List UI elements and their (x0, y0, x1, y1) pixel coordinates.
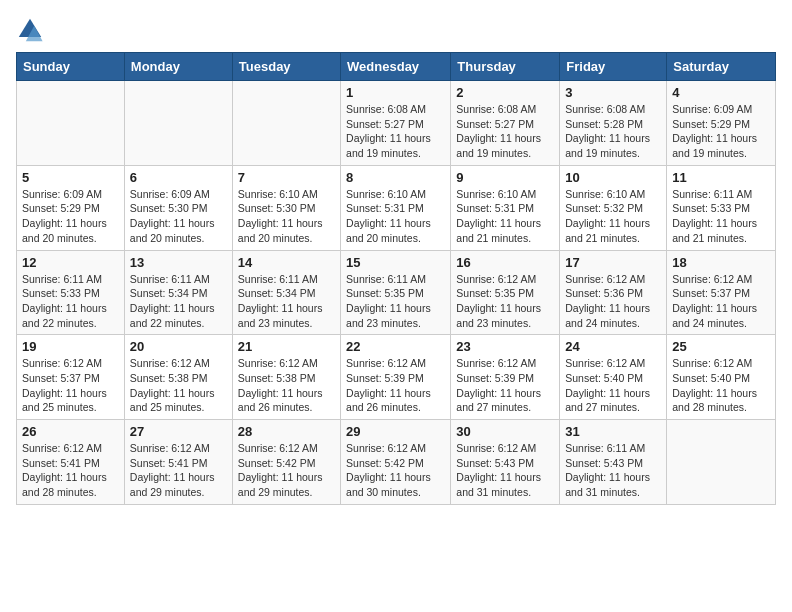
day-info: Sunrise: 6:11 AM Sunset: 5:35 PM Dayligh… (346, 272, 445, 331)
day-info: Sunrise: 6:12 AM Sunset: 5:41 PM Dayligh… (22, 441, 119, 500)
day-info: Sunrise: 6:09 AM Sunset: 5:29 PM Dayligh… (22, 187, 119, 246)
day-number: 19 (22, 339, 119, 354)
calendar-cell: 10Sunrise: 6:10 AM Sunset: 5:32 PM Dayli… (560, 165, 667, 250)
day-info: Sunrise: 6:11 AM Sunset: 5:43 PM Dayligh… (565, 441, 661, 500)
calendar-cell: 7Sunrise: 6:10 AM Sunset: 5:30 PM Daylig… (232, 165, 340, 250)
day-number: 24 (565, 339, 661, 354)
day-number: 12 (22, 255, 119, 270)
day-info: Sunrise: 6:12 AM Sunset: 5:37 PM Dayligh… (22, 356, 119, 415)
day-number: 17 (565, 255, 661, 270)
day-info: Sunrise: 6:10 AM Sunset: 5:31 PM Dayligh… (346, 187, 445, 246)
day-info: Sunrise: 6:12 AM Sunset: 5:41 PM Dayligh… (130, 441, 227, 500)
calendar-cell: 3Sunrise: 6:08 AM Sunset: 5:28 PM Daylig… (560, 81, 667, 166)
calendar-cell: 25Sunrise: 6:12 AM Sunset: 5:40 PM Dayli… (667, 335, 776, 420)
day-number: 2 (456, 85, 554, 100)
day-info: Sunrise: 6:08 AM Sunset: 5:27 PM Dayligh… (346, 102, 445, 161)
day-number: 30 (456, 424, 554, 439)
weekday-header-sunday: Sunday (17, 53, 125, 81)
weekday-header-tuesday: Tuesday (232, 53, 340, 81)
day-info: Sunrise: 6:12 AM Sunset: 5:35 PM Dayligh… (456, 272, 554, 331)
day-info: Sunrise: 6:10 AM Sunset: 5:31 PM Dayligh… (456, 187, 554, 246)
day-number: 23 (456, 339, 554, 354)
calendar-cell: 28Sunrise: 6:12 AM Sunset: 5:42 PM Dayli… (232, 420, 340, 505)
day-number: 4 (672, 85, 770, 100)
calendar-cell: 19Sunrise: 6:12 AM Sunset: 5:37 PM Dayli… (17, 335, 125, 420)
day-info: Sunrise: 6:12 AM Sunset: 5:40 PM Dayligh… (565, 356, 661, 415)
day-info: Sunrise: 6:12 AM Sunset: 5:39 PM Dayligh… (456, 356, 554, 415)
calendar-cell: 17Sunrise: 6:12 AM Sunset: 5:36 PM Dayli… (560, 250, 667, 335)
day-info: Sunrise: 6:10 AM Sunset: 5:32 PM Dayligh… (565, 187, 661, 246)
day-info: Sunrise: 6:12 AM Sunset: 5:39 PM Dayligh… (346, 356, 445, 415)
day-info: Sunrise: 6:12 AM Sunset: 5:38 PM Dayligh… (238, 356, 335, 415)
calendar-cell: 29Sunrise: 6:12 AM Sunset: 5:42 PM Dayli… (341, 420, 451, 505)
week-row-3: 19Sunrise: 6:12 AM Sunset: 5:37 PM Dayli… (17, 335, 776, 420)
calendar-cell: 6Sunrise: 6:09 AM Sunset: 5:30 PM Daylig… (124, 165, 232, 250)
calendar-cell: 22Sunrise: 6:12 AM Sunset: 5:39 PM Dayli… (341, 335, 451, 420)
day-number: 10 (565, 170, 661, 185)
weekday-header-monday: Monday (124, 53, 232, 81)
calendar-cell: 14Sunrise: 6:11 AM Sunset: 5:34 PM Dayli… (232, 250, 340, 335)
day-info: Sunrise: 6:08 AM Sunset: 5:27 PM Dayligh… (456, 102, 554, 161)
day-number: 7 (238, 170, 335, 185)
weekday-header-friday: Friday (560, 53, 667, 81)
day-info: Sunrise: 6:08 AM Sunset: 5:28 PM Dayligh… (565, 102, 661, 161)
calendar-cell: 30Sunrise: 6:12 AM Sunset: 5:43 PM Dayli… (451, 420, 560, 505)
day-info: Sunrise: 6:09 AM Sunset: 5:30 PM Dayligh… (130, 187, 227, 246)
calendar-cell (667, 420, 776, 505)
day-number: 21 (238, 339, 335, 354)
weekday-header-saturday: Saturday (667, 53, 776, 81)
calendar-cell: 4Sunrise: 6:09 AM Sunset: 5:29 PM Daylig… (667, 81, 776, 166)
day-number: 27 (130, 424, 227, 439)
logo-icon (16, 16, 44, 44)
weekday-header-wednesday: Wednesday (341, 53, 451, 81)
week-row-0: 1Sunrise: 6:08 AM Sunset: 5:27 PM Daylig… (17, 81, 776, 166)
week-row-2: 12Sunrise: 6:11 AM Sunset: 5:33 PM Dayli… (17, 250, 776, 335)
calendar-cell: 31Sunrise: 6:11 AM Sunset: 5:43 PM Dayli… (560, 420, 667, 505)
week-row-1: 5Sunrise: 6:09 AM Sunset: 5:29 PM Daylig… (17, 165, 776, 250)
day-number: 16 (456, 255, 554, 270)
calendar-cell: 26Sunrise: 6:12 AM Sunset: 5:41 PM Dayli… (17, 420, 125, 505)
calendar-cell: 21Sunrise: 6:12 AM Sunset: 5:38 PM Dayli… (232, 335, 340, 420)
day-info: Sunrise: 6:11 AM Sunset: 5:33 PM Dayligh… (672, 187, 770, 246)
weekday-header-thursday: Thursday (451, 53, 560, 81)
page-header (16, 16, 776, 44)
day-info: Sunrise: 6:12 AM Sunset: 5:37 PM Dayligh… (672, 272, 770, 331)
calendar-cell: 23Sunrise: 6:12 AM Sunset: 5:39 PM Dayli… (451, 335, 560, 420)
calendar-cell: 8Sunrise: 6:10 AM Sunset: 5:31 PM Daylig… (341, 165, 451, 250)
day-number: 29 (346, 424, 445, 439)
day-number: 3 (565, 85, 661, 100)
day-info: Sunrise: 6:11 AM Sunset: 5:34 PM Dayligh… (238, 272, 335, 331)
calendar-cell (124, 81, 232, 166)
calendar-cell: 18Sunrise: 6:12 AM Sunset: 5:37 PM Dayli… (667, 250, 776, 335)
day-number: 13 (130, 255, 227, 270)
logo (16, 16, 48, 44)
calendar-cell: 12Sunrise: 6:11 AM Sunset: 5:33 PM Dayli… (17, 250, 125, 335)
calendar-cell: 9Sunrise: 6:10 AM Sunset: 5:31 PM Daylig… (451, 165, 560, 250)
day-info: Sunrise: 6:12 AM Sunset: 5:42 PM Dayligh… (346, 441, 445, 500)
day-info: Sunrise: 6:10 AM Sunset: 5:30 PM Dayligh… (238, 187, 335, 246)
calendar-cell: 2Sunrise: 6:08 AM Sunset: 5:27 PM Daylig… (451, 81, 560, 166)
day-info: Sunrise: 6:12 AM Sunset: 5:43 PM Dayligh… (456, 441, 554, 500)
day-number: 26 (22, 424, 119, 439)
calendar-cell: 13Sunrise: 6:11 AM Sunset: 5:34 PM Dayli… (124, 250, 232, 335)
day-info: Sunrise: 6:12 AM Sunset: 5:36 PM Dayligh… (565, 272, 661, 331)
day-number: 14 (238, 255, 335, 270)
day-number: 9 (456, 170, 554, 185)
calendar-cell: 16Sunrise: 6:12 AM Sunset: 5:35 PM Dayli… (451, 250, 560, 335)
calendar-cell: 27Sunrise: 6:12 AM Sunset: 5:41 PM Dayli… (124, 420, 232, 505)
day-number: 31 (565, 424, 661, 439)
day-number: 25 (672, 339, 770, 354)
calendar-cell: 15Sunrise: 6:11 AM Sunset: 5:35 PM Dayli… (341, 250, 451, 335)
calendar-cell: 24Sunrise: 6:12 AM Sunset: 5:40 PM Dayli… (560, 335, 667, 420)
calendar-cell: 11Sunrise: 6:11 AM Sunset: 5:33 PM Dayli… (667, 165, 776, 250)
day-number: 5 (22, 170, 119, 185)
day-number: 6 (130, 170, 227, 185)
day-number: 1 (346, 85, 445, 100)
calendar-cell (17, 81, 125, 166)
day-number: 22 (346, 339, 445, 354)
calendar-cell: 1Sunrise: 6:08 AM Sunset: 5:27 PM Daylig… (341, 81, 451, 166)
day-info: Sunrise: 6:11 AM Sunset: 5:34 PM Dayligh… (130, 272, 227, 331)
calendar-table: SundayMondayTuesdayWednesdayThursdayFrid… (16, 52, 776, 505)
calendar-cell (232, 81, 340, 166)
day-number: 18 (672, 255, 770, 270)
